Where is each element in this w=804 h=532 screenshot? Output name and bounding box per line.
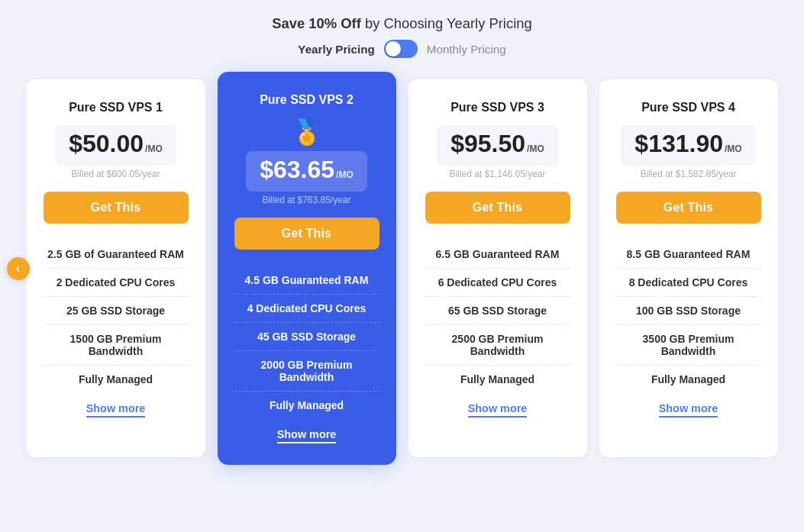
billed-text-vps4: Billed at $1,582.85/year — [640, 169, 736, 179]
feature-item-3-3: 3500 GB Premium Bandwidth — [616, 325, 761, 366]
plan-title-vps2: Pure SSD VPS 2 — [260, 93, 354, 107]
price-amount-vps3: $95.50 — [450, 130, 525, 158]
price-row-vps2: $63.65/MO — [260, 156, 354, 184]
cards-wrapper: ‹ Pure SSD VPS 1 $50.00/MO Billed at $60… — [21, 72, 784, 465]
feature-item-0-3: 1500 GB Premium Bandwidth — [44, 325, 189, 366]
show-more-button-vps3[interactable]: Show more — [468, 402, 528, 418]
plan-title-vps1: Pure SSD VPS 1 — [69, 101, 163, 114]
feature-item-1-4: Fully Managed — [234, 392, 379, 419]
price-row-vps3: $95.50/MO — [450, 130, 544, 158]
left-arrow-button[interactable]: ‹ — [7, 257, 30, 280]
feature-item-0-2: 25 GB SSD Storage — [44, 297, 189, 325]
feature-item-1-2: 45 GB SSD Storage — [234, 323, 379, 351]
price-period-vps4: /MO — [725, 143, 742, 154]
price-period-vps2: /MO — [336, 169, 354, 180]
feature-item-1-0: 4.5 GB Guaranteed RAM — [234, 266, 379, 295]
price-amount-vps2: $63.65 — [260, 156, 334, 184]
price-box-vps4: $131.90/MO — [621, 125, 755, 166]
price-amount-vps1: $50.00 — [69, 130, 144, 158]
price-row-vps4: $131.90/MO — [634, 130, 741, 158]
feature-list-vps3: 6.5 GB Guaranteed RAM6 Dedicated CPU Cor… — [425, 240, 570, 393]
billed-text-vps1: Billed at $600.05/year — [71, 169, 160, 179]
plan-title-vps3: Pure SSD VPS 3 — [450, 101, 544, 114]
feature-item-1-3: 2000 GB Premium Bandwidth — [234, 351, 379, 392]
price-period-vps3: /MO — [527, 143, 544, 154]
feature-item-2-4: Fully Managed — [425, 366, 570, 393]
pricing-toggle[interactable] — [384, 40, 418, 58]
feature-item-3-2: 100 GB SSD Storage — [616, 297, 761, 325]
get-this-button-vps1[interactable]: Get This — [44, 192, 189, 224]
price-amount-vps4: $131.90 — [634, 130, 723, 158]
plan-title-vps4: Pure SSD VPS 4 — [641, 101, 735, 114]
feature-list-vps1: 2.5 GB of Guaranteed RAM2 Dedicated CPU … — [44, 240, 189, 393]
plan-card-vps3: Pure SSD VPS 3 $95.50/MO Billed at $1,14… — [408, 79, 587, 457]
plan-card-vps2: Pure SSD VPS 2 🏅 $63.65/MO Billed at $76… — [218, 72, 396, 465]
feature-item-3-0: 8.5 GB Guaranteed RAM — [616, 240, 761, 269]
feature-item-3-4: Fully Managed — [616, 366, 761, 393]
pricing-header: Save 10% Off by Choosing Yearly Pricing … — [272, 15, 531, 58]
feature-item-2-3: 2500 GB Premium Bandwidth — [425, 325, 570, 366]
billed-text-vps2: Billed at $763.85/year — [262, 195, 350, 205]
feature-item-2-0: 6.5 GB Guaranteed RAM — [425, 240, 570, 269]
price-row-vps1: $50.00/MO — [69, 130, 163, 158]
feature-item-0-1: 2 Dedicated CPU Cores — [44, 269, 189, 297]
price-box-vps2: $63.65/MO — [246, 151, 367, 192]
feature-list-vps4: 8.5 GB Guaranteed RAM8 Dedicated CPU Cor… — [616, 240, 761, 393]
billed-text-vps3: Billed at $1,146.05/year — [449, 169, 545, 179]
monthly-label: Monthly Pricing — [427, 43, 506, 56]
feature-item-2-2: 65 GB SSD Storage — [425, 297, 570, 325]
feature-item-0-0: 2.5 GB of Guaranteed RAM — [44, 240, 189, 269]
save-text: Save 10% Off by Choosing Yearly Pricing — [272, 15, 531, 32]
show-more-button-vps1[interactable]: Show more — [86, 402, 146, 418]
feature-item-1-1: 4 Dedicated CPU Cores — [234, 295, 379, 323]
price-box-vps1: $50.00/MO — [55, 125, 176, 166]
feature-item-3-1: 8 Dedicated CPU Cores — [616, 269, 761, 297]
get-this-button-vps4[interactable]: Get This — [616, 192, 761, 224]
show-more-button-vps2[interactable]: Show more — [277, 428, 337, 443]
pricing-toggle-row: Yearly Pricing Monthly Pricing — [272, 40, 531, 58]
plan-card-vps1: Pure SSD VPS 1 $50.00/MO Billed at $600.… — [27, 79, 205, 457]
price-box-vps3: $95.50/MO — [437, 125, 558, 166]
plan-card-vps4: Pure SSD VPS 4 $131.90/MO Billed at $1,5… — [599, 79, 778, 457]
yearly-label: Yearly Pricing — [298, 43, 374, 56]
feature-item-2-1: 6 Dedicated CPU Cores — [425, 269, 570, 297]
get-this-button-vps3[interactable]: Get This — [425, 192, 570, 224]
save-rest: by Choosing Yearly Pricing — [361, 15, 532, 31]
save-bold: Save 10% Off — [272, 15, 361, 31]
feature-list-vps2: 4.5 GB Guaranteed RAM4 Dedicated CPU Cor… — [234, 266, 379, 419]
feature-item-0-4: Fully Managed — [44, 366, 189, 393]
get-this-button-vps2[interactable]: Get This — [234, 218, 379, 250]
show-more-button-vps4[interactable]: Show more — [659, 402, 718, 418]
badge-icon: 🏅 — [292, 118, 322, 147]
price-period-vps1: /MO — [145, 143, 163, 154]
